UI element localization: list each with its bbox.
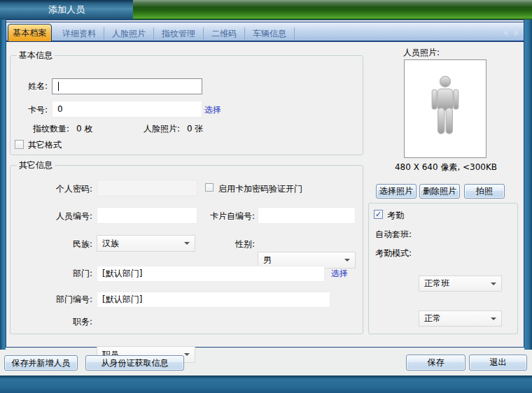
person-photo-label: 人员照片: xyxy=(403,48,440,57)
select-photo-button[interactable]: 选择照片 xyxy=(376,184,416,199)
name-label: 姓名: xyxy=(13,81,48,91)
ethnicity-value: 汉族 xyxy=(102,238,119,250)
fingerprint-count: 指纹数量: 0 枚 xyxy=(33,124,92,134)
card-number-label: 卡号: xyxy=(13,105,48,115)
other-format-checkbox[interactable] xyxy=(15,140,24,149)
read-id-card-button[interactable]: 从身份证获取信息 xyxy=(85,355,184,371)
dropdown-arrow-icon xyxy=(344,259,350,262)
card-custom-number-label: 卡片自编号: xyxy=(185,211,255,221)
personal-password-input xyxy=(97,180,197,196)
add-person-dialog: 添加人员 基本档案 详细资料 人脸照片 指纹管理 二维码 车辆信息 基本信息 姓… xyxy=(0,0,532,393)
tab-scroll-arrows xyxy=(498,29,524,37)
gender-value: 男 xyxy=(263,255,272,266)
department-input[interactable]: [默认部门] xyxy=(97,266,325,282)
gender-label: 性别: xyxy=(185,239,255,249)
card-number-input[interactable]: 0 xyxy=(52,101,202,117)
fingerprint-count-value: 0 枚 xyxy=(76,124,92,134)
save-button[interactable]: 保存 xyxy=(406,355,465,371)
department-select-link[interactable]: 选择 xyxy=(331,269,348,278)
title-bar xyxy=(133,0,532,20)
tab-face-photo[interactable]: 人脸照片 xyxy=(104,27,154,40)
ethnicity-label: 民族: xyxy=(22,239,92,249)
save-and-add-button[interactable]: 保存并新增人员 xyxy=(4,355,78,371)
department-label: 部门: xyxy=(22,269,92,278)
tab-scroll-right-icon[interactable] xyxy=(514,29,519,36)
face-photo-count: 人脸照片: 0 张 xyxy=(144,124,203,134)
person-number-input[interactable] xyxy=(97,207,197,224)
tab-scroll-left-icon[interactable] xyxy=(503,29,507,36)
window-frame-right xyxy=(524,20,532,350)
tab-list: 详细资料 人脸照片 指纹管理 二维码 车辆信息 xyxy=(55,27,295,41)
photo-spec-caption: 480 X 640 像素, <300KB xyxy=(372,162,519,172)
dropdown-arrow-icon xyxy=(184,353,190,356)
attendance-mode-select[interactable]: 正常 xyxy=(419,310,502,327)
department-value: [默认部门] xyxy=(102,268,142,280)
name-input[interactable] xyxy=(52,78,202,94)
capture-photo-button[interactable]: 拍照 xyxy=(464,184,505,199)
window-frame-left xyxy=(0,20,6,350)
tab-qrcode[interactable]: 二维码 xyxy=(204,27,245,40)
auto-shift-value: 正常班 xyxy=(424,278,449,290)
tab-label: 基本档案 xyxy=(13,27,47,39)
ethnicity-select[interactable]: 汉族 xyxy=(97,235,195,252)
person-silhouette-icon xyxy=(428,74,462,144)
tab-basic-archive[interactable]: 基本档案 xyxy=(8,24,52,42)
card-custom-number-input[interactable] xyxy=(258,207,356,224)
enable-card-password-checkbox[interactable] xyxy=(205,183,214,192)
dropdown-arrow-icon xyxy=(491,283,496,285)
face-photo-count-label: 人脸照片: xyxy=(144,124,180,134)
auto-shift-select[interactable]: 正常班 xyxy=(419,276,502,292)
delete-photo-button[interactable]: 删除照片 xyxy=(419,184,460,199)
department-number-label: 部门编号: xyxy=(22,294,92,304)
position-label: 职务: xyxy=(22,317,92,327)
window-bottom-band xyxy=(0,376,532,393)
card-number-value: 0 xyxy=(57,104,63,114)
attendance-mode-label: 考勤模式: xyxy=(375,248,412,258)
personal-password-label: 个人密码: xyxy=(22,184,92,194)
attendance-checkbox[interactable] xyxy=(374,210,383,219)
other-format-label: 其它格式 xyxy=(28,140,62,150)
auto-shift-label: 自动套班: xyxy=(375,229,412,239)
tab-vehicle-info[interactable]: 车辆信息 xyxy=(245,27,295,40)
person-photo-preview xyxy=(404,59,486,158)
department-number-value: [默认部门] xyxy=(102,294,142,306)
card-select-link[interactable]: 选择 xyxy=(204,105,221,115)
department-number-input[interactable]: [默认部门] xyxy=(97,292,330,308)
text-caret xyxy=(58,82,59,91)
tab-fingerprint[interactable]: 指纹管理 xyxy=(154,27,204,40)
basic-info-group-title: 基本信息 xyxy=(17,50,55,60)
person-number-label: 人员编号: xyxy=(22,211,92,221)
other-info-group-title: 其它信息 xyxy=(17,160,55,170)
fingerprint-count-label: 指纹数量: xyxy=(33,124,69,134)
enable-card-password-label: 启用卡加密码验证开门 xyxy=(218,184,302,194)
attendance-mode-value: 正常 xyxy=(424,313,441,324)
exit-button[interactable]: 退出 xyxy=(469,355,527,371)
dropdown-arrow-icon xyxy=(491,317,496,320)
window-title-tab: 添加人员 xyxy=(0,0,133,20)
page-title: 添加人员 xyxy=(48,5,85,15)
tab-detail-info[interactable]: 详细资料 xyxy=(55,27,104,40)
face-photo-count-value: 0 张 xyxy=(187,124,203,134)
attendance-checkbox-label: 考勤 xyxy=(387,210,404,220)
